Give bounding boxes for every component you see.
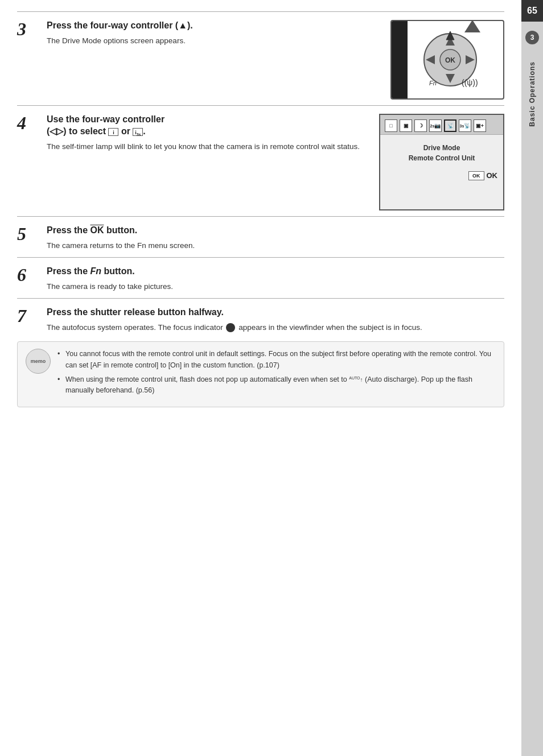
- controller-inner: OK Fn ((ψ)): [397, 27, 497, 93]
- step-4-section: 4 Use the four-way controller (◁▷) to se…: [17, 105, 504, 210]
- memo-content: You cannot focus with the remote control…: [57, 349, 496, 400]
- drive-icon-timer: ☽: [414, 119, 427, 132]
- auto-symbol: AUTO↑: [349, 377, 363, 383]
- memo-item-1: You cannot focus with the remote control…: [57, 349, 496, 371]
- svg-text:OK: OK: [445, 56, 455, 64]
- step-3-row: 3 Press the four-way controller (▲). The…: [17, 11, 504, 100]
- ok-text: OK: [487, 171, 498, 180]
- step-3-symbol: (▲).: [175, 20, 193, 30]
- drive-icon-single: □: [385, 119, 397, 132]
- ok-button-row: OK OK: [380, 168, 503, 184]
- step-3-content: Press the four-way controller (▲). The D…: [43, 20, 379, 47]
- step-3-section: 3 Press the four-way controller (▲). The…: [17, 11, 504, 100]
- controller-diagram: OK Fn ((ψ)): [390, 20, 504, 100]
- drive-icon-2s: 2s📷: [429, 119, 442, 132]
- memo-list: You cannot focus with the remote control…: [57, 349, 496, 396]
- step-6-row: 6 Press the Fn button. The camera is rea…: [17, 257, 504, 292]
- chapter-number: 3: [525, 31, 539, 44]
- svg-text:((ψ)): ((ψ)): [462, 78, 478, 87]
- right-sidebar: 65 3 Basic Operations: [521, 0, 543, 756]
- step-7-content: Press the shutter release button halfway…: [43, 307, 504, 333]
- memo-icon-label: memo: [31, 358, 46, 364]
- memo-item-2: When using the remote control unit, flas…: [57, 374, 496, 396]
- step-7-number: 7: [17, 307, 43, 325]
- step-6-desc: The camera is ready to take pictures.: [47, 281, 504, 292]
- step-7-desc: The autofocus system operates. The focus…: [47, 322, 504, 333]
- step-3-number: 3: [17, 20, 43, 38]
- step-6-title: Press the Fn button.: [47, 266, 504, 278]
- step-4-content: Use the four-way controller (◁▷) to sele…: [43, 114, 368, 152]
- fn-label: Fn: [90, 266, 101, 276]
- step-4-icon1: i: [108, 128, 118, 136]
- focus-indicator-symbol: [226, 323, 235, 332]
- step-6-content: Press the Fn button. The camera is ready…: [43, 266, 504, 292]
- step-7-row: 7 Press the shutter release button halfw…: [17, 298, 504, 333]
- step-4-row: 4 Use the four-way controller (◁▷) to se…: [17, 105, 504, 210]
- step-5-number: 5: [17, 225, 43, 243]
- step-3-desc: The Drive Mode options screen appears.: [47, 35, 379, 47]
- step-3-image: OK Fn ((ψ)): [390, 20, 504, 100]
- drive-mode-diagram: □ ▣ ☽ 2s📷 📡 3s📡 ▣+ Drive ModeRemote Cont…: [379, 114, 504, 210]
- step-4-title: Use the four-way controller (◁▷) to sele…: [47, 114, 368, 138]
- step-5-desc: The camera returns to the Fn menu screen…: [47, 240, 504, 251]
- ok-box-label: OK: [468, 171, 484, 180]
- step-5-content: Press the OK button. The camera returns …: [43, 225, 504, 251]
- drive-icon-continuous: ▣: [400, 119, 412, 132]
- step-3-title: Press the four-way controller (▲).: [47, 20, 379, 32]
- step-4-controller-symbol: (◁▷): [47, 126, 67, 136]
- four-way-svg: OK Fn ((ψ)): [413, 28, 482, 91]
- drive-icon-3s: 3s📡: [459, 119, 471, 132]
- step-4-desc: The self-timer lamp will blink to let yo…: [47, 141, 368, 152]
- step-7-section: 7 Press the shutter release button halfw…: [17, 298, 504, 333]
- step-6-section: 6 Press the Fn button. The camera is rea…: [17, 257, 504, 292]
- step-5-section: 5 Press the OK button. The camera return…: [17, 216, 504, 251]
- memo-box: memo You cannot focus with the remote co…: [17, 341, 504, 407]
- step-7-title: Press the shutter release button halfway…: [47, 307, 504, 319]
- chapter-label: Basic Operations: [528, 61, 536, 127]
- drive-icon-extra: ▣+: [474, 119, 486, 132]
- ok-overline: OK: [90, 225, 104, 235]
- step-6-number: 6: [17, 266, 43, 284]
- svg-text:Fn: Fn: [429, 80, 437, 86]
- page-number: 65: [521, 0, 543, 22]
- drive-mode-label: Drive ModeRemote Control Unit: [380, 143, 503, 163]
- step-4-icon2: i3s: [133, 128, 143, 136]
- drive-icon-remote: 📡: [444, 119, 456, 132]
- step-4-image: □ ▣ ☽ 2s📷 📡 3s📡 ▣+ Drive ModeRemote Cont…: [379, 114, 504, 210]
- drive-icons-row: □ ▣ ☽ 2s📷 📡 3s📡 ▣+: [380, 115, 503, 135]
- memo-icon: memo: [26, 349, 51, 374]
- step-5-title: Press the OK button.: [47, 225, 504, 237]
- step-5-row: 5 Press the OK button. The camera return…: [17, 216, 504, 251]
- step-4-number: 4: [17, 114, 43, 132]
- main-content: 3 Press the four-way controller (▲). The…: [0, 0, 521, 419]
